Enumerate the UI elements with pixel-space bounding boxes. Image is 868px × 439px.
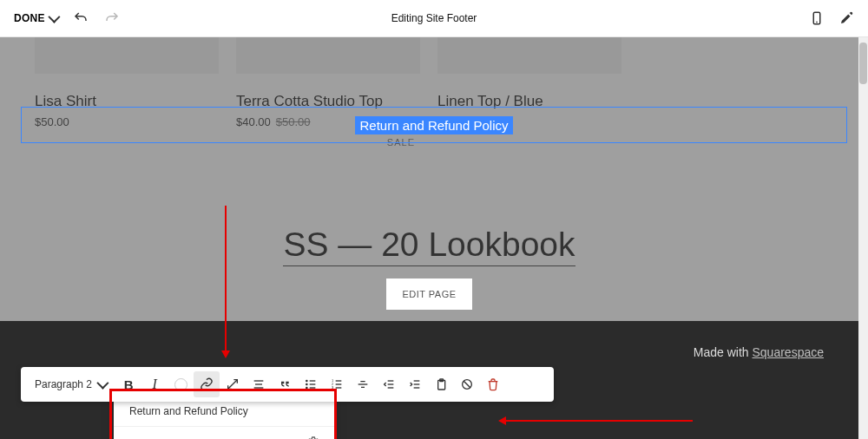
bold-button[interactable]: B	[115, 371, 141, 397]
page-title: Editing Site Footer	[391, 12, 477, 24]
annotation-arrow-vertical	[225, 206, 227, 357]
italic-button[interactable]: I	[141, 371, 168, 397]
gear-icon[interactable]	[306, 436, 320, 439]
quote-button[interactable]	[272, 371, 298, 397]
clipboard-button[interactable]	[428, 371, 454, 397]
product-image	[236, 37, 420, 74]
text-block-selection[interactable]: Return and Refund Policy	[21, 107, 847, 143]
link-url-input[interactable]	[129, 436, 294, 440]
svg-line-27	[464, 381, 470, 388]
done-label: DONE	[14, 12, 45, 24]
chevron-down-icon	[96, 377, 108, 390]
mobile-preview-icon[interactable]	[809, 10, 825, 26]
align-button[interactable]	[246, 371, 272, 397]
svg-point-6	[306, 383, 307, 384]
scrollbar-track[interactable]	[858, 37, 868, 439]
scrollbar-thumb[interactable]	[859, 43, 867, 84]
text-color-button[interactable]	[168, 371, 194, 397]
svg-text:3: 3	[332, 385, 334, 390]
bullet-list-button[interactable]	[298, 371, 324, 397]
squarespace-link[interactable]: Squarespace	[752, 345, 824, 359]
lookbook-heading[interactable]: SS — 20 Lookbook	[283, 226, 575, 266]
clear-format-button[interactable]	[454, 371, 480, 397]
paragraph-style-select[interactable]: Paragraph 2	[26, 367, 115, 402]
annotation-arrow-horizontal	[505, 420, 693, 422]
numbered-list-button[interactable]: 123	[324, 371, 350, 397]
redo-button[interactable]	[104, 10, 120, 26]
strikethrough-button[interactable]	[350, 371, 376, 397]
done-button[interactable]: DONE	[14, 12, 57, 24]
svg-point-7	[306, 387, 307, 388]
paintbrush-icon[interactable]	[838, 10, 854, 26]
svg-point-5	[306, 380, 307, 381]
expand-button[interactable]	[220, 371, 246, 397]
product-image	[35, 37, 219, 74]
chevron-down-icon	[48, 11, 60, 23]
text-format-toolbar: Paragraph 2 B I 123	[21, 367, 554, 402]
undo-button[interactable]	[73, 10, 89, 26]
footer-linked-text[interactable]: Return and Refund Policy	[355, 116, 514, 134]
product-image	[437, 37, 621, 74]
link-button[interactable]	[194, 371, 220, 397]
delete-button[interactable]	[480, 371, 506, 397]
made-with-label: Made with Squarespace	[694, 345, 824, 359]
indent-button[interactable]	[402, 371, 428, 397]
edit-page-button[interactable]: EDIT PAGE	[386, 278, 471, 310]
outdent-button[interactable]	[376, 371, 402, 397]
